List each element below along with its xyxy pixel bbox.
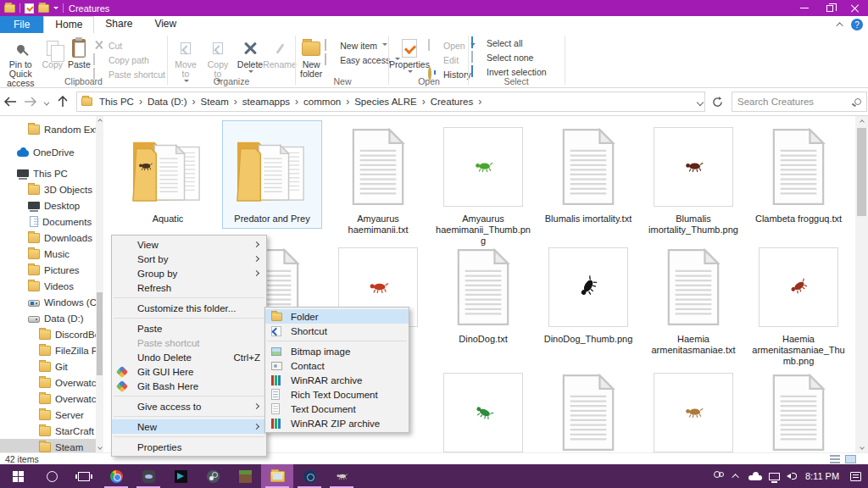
properties-quick-icon[interactable] bbox=[25, 3, 34, 14]
address-dropdown-icon[interactable] bbox=[698, 97, 703, 107]
menu-item-customize-folder[interactable]: Customize this folder... bbox=[112, 301, 266, 315]
sidebar-item-data-d[interactable]: Data (D:) bbox=[0, 310, 96, 326]
submenu-item-winrar-archive[interactable]: WinRAR archive bbox=[265, 373, 409, 387]
sidebar-item-windows-c[interactable]: Windows (C:) bbox=[0, 294, 96, 310]
scroll-down-icon[interactable] bbox=[855, 441, 868, 452]
minimize-button[interactable] bbox=[792, 0, 817, 16]
menu-item-give-access-to[interactable]: Give access to bbox=[112, 399, 266, 413]
sidebar-item-git[interactable]: Git bbox=[0, 358, 96, 374]
scrollbar-thumb[interactable] bbox=[857, 128, 866, 216]
sidebar-item-overwatch[interactable]: Overwatch bbox=[0, 374, 96, 391]
recent-locations-dropdown[interactable] bbox=[41, 97, 53, 107]
sidebar-item-filezilla[interactable]: FileZilla FTP Clie bbox=[0, 342, 96, 358]
sidebar-item-server[interactable]: Server bbox=[0, 407, 96, 423]
network-icon[interactable] bbox=[765, 473, 783, 480]
sidebar-item-overwatch-test[interactable]: Overwatch Test bbox=[0, 391, 96, 407]
restore-button[interactable] bbox=[817, 0, 843, 16]
forward-button[interactable] bbox=[20, 97, 41, 107]
file-item-amyaurus-txt[interactable]: Amyaurus haemimanii.txt bbox=[329, 123, 427, 236]
action-center-icon[interactable] bbox=[843, 472, 868, 481]
taskbar-app-steam[interactable] bbox=[197, 464, 229, 488]
file-item-thumb-tan[interactable] bbox=[644, 369, 743, 452]
file-item-clambeta-txt[interactable]: Clambeta frogguq.txt bbox=[749, 123, 848, 225]
refresh-button[interactable] bbox=[708, 92, 726, 112]
rename-button[interactable]: Rename bbox=[266, 36, 293, 70]
taskbar-clock[interactable]: 8:11 PM bbox=[802, 471, 843, 481]
customize-toolbar-caret-icon[interactable] bbox=[53, 7, 58, 12]
tab-file[interactable]: File bbox=[0, 16, 43, 33]
submenu-item-shortcut[interactable]: Shortcut bbox=[265, 324, 409, 338]
up-button[interactable] bbox=[53, 96, 73, 108]
scroll-up-icon[interactable] bbox=[855, 116, 868, 127]
sidebar-item-videos[interactable]: Videos bbox=[0, 278, 96, 294]
taskbar-app-dark[interactable] bbox=[164, 464, 197, 488]
task-view-button[interactable] bbox=[68, 464, 100, 488]
menu-item-view[interactable]: View bbox=[112, 237, 266, 252]
file-item-dinodog-txt[interactable]: DinoDog.txt bbox=[434, 243, 532, 345]
sidebar-item-desktop[interactable]: Desktop bbox=[0, 197, 96, 214]
scrollbar-thumb[interactable] bbox=[97, 292, 103, 375]
select-none-button[interactable]: Select none bbox=[471, 51, 561, 64]
select-all-button[interactable]: Select all bbox=[471, 36, 561, 49]
file-item-blumalis-txt[interactable]: Blumalis imortality.txt bbox=[539, 123, 637, 225]
sidebar-item-documents[interactable]: Documents bbox=[0, 214, 96, 230]
help-icon[interactable]: ? bbox=[851, 19, 863, 30]
menu-item-sort-by[interactable]: Sort by bbox=[112, 252, 266, 266]
breadcrumb-data-d[interactable]: Data (D:) bbox=[144, 97, 191, 107]
menu-item-git-gui-here[interactable]: Git GUI Here bbox=[112, 364, 266, 379]
taskbar-app-species-game[interactable] bbox=[326, 464, 358, 488]
file-item-thumb-green[interactable] bbox=[434, 369, 532, 452]
sidebar-item-starcraft-ii[interactable]: StarCraft II bbox=[0, 423, 96, 439]
delete-button[interactable]: Delete bbox=[234, 36, 266, 76]
cortana-button[interactable] bbox=[36, 464, 68, 488]
scroll-up-icon[interactable] bbox=[97, 117, 103, 125]
people-icon[interactable] bbox=[709, 471, 727, 481]
menu-item-git-bash-here[interactable]: Git Bash Here bbox=[112, 379, 266, 393]
submenu-item-text-document[interactable]: Text Document bbox=[265, 402, 409, 416]
scroll-down-icon[interactable] bbox=[97, 443, 103, 452]
paste-button[interactable]: Paste bbox=[65, 36, 93, 70]
file-item-blumalis-thumb[interactable]: Blumalis imortality_Thumb.png bbox=[644, 123, 743, 236]
taskbar-app-steam-blue[interactable] bbox=[293, 464, 326, 488]
properties-button[interactable]: Properties bbox=[391, 36, 428, 76]
sidebar-item-pictures[interactable]: Pictures bbox=[0, 262, 96, 278]
breadcrumb-this-pc[interactable]: This PC bbox=[96, 97, 137, 107]
tab-home[interactable]: Home bbox=[43, 16, 94, 33]
file-item-predator-and-prey[interactable]: Predator and Prey bbox=[223, 121, 321, 228]
menu-item-undo-delete[interactable]: Undo DeleteCtrl+Z bbox=[112, 350, 266, 364]
submenu-item-bitmap-image[interactable]: Bitmap image bbox=[265, 344, 409, 358]
file-item-text-clipped[interactable] bbox=[539, 369, 637, 452]
tray-chevron-up-icon[interactable] bbox=[727, 474, 746, 479]
content-scrollbar[interactable] bbox=[855, 116, 868, 452]
search-input[interactable]: Search Creatures bbox=[732, 92, 867, 112]
submenu-item-rich-text-document[interactable]: Rich Text Document bbox=[265, 387, 409, 402]
taskbar-app-discord[interactable] bbox=[132, 464, 164, 488]
menu-item-paste-shortcut[interactable]: Paste shortcut bbox=[112, 336, 266, 350]
copy-path-button[interactable]: Copy path bbox=[93, 53, 165, 66]
submenu-item-contact[interactable]: Contact bbox=[265, 358, 409, 373]
start-button[interactable] bbox=[0, 464, 36, 488]
volume-icon[interactable] bbox=[783, 471, 802, 481]
submenu-item-winrar-zip-archive[interactable]: WinRAR ZIP archive bbox=[265, 416, 409, 430]
sidebar-scrollbar[interactable] bbox=[96, 116, 103, 452]
submenu-item-folder[interactable]: Folder bbox=[265, 309, 409, 324]
tab-view[interactable]: View bbox=[143, 16, 187, 33]
sidebar-item-this-pc[interactable]: This PC bbox=[0, 165, 96, 181]
taskbar-app-minecraft[interactable] bbox=[229, 464, 261, 488]
file-item-dinodog-thumb[interactable]: DinoDog_Thumb.png bbox=[539, 243, 637, 345]
sidebar-item-random-extra[interactable]: Random Extra bbox=[0, 121, 96, 137]
file-item-amyaurus-thumb[interactable]: Amyaurus haemimanii_Thumb.png bbox=[434, 123, 532, 247]
close-button[interactable] bbox=[843, 0, 868, 16]
sidebar-item-3d-objects[interactable]: 3D Objects bbox=[0, 181, 96, 197]
menu-item-properties[interactable]: Properties bbox=[112, 440, 266, 454]
breadcrumb-steam[interactable]: Steam bbox=[198, 97, 232, 107]
taskbar-app-file-explorer[interactable] bbox=[261, 464, 293, 488]
taskbar-app-chrome[interactable] bbox=[100, 464, 132, 488]
sidebar-item-music[interactable]: Music bbox=[0, 246, 96, 262]
address-input[interactable]: This PC› Data (D:)› Steam› steamapps› co… bbox=[76, 92, 705, 112]
menu-item-group-by[interactable]: Group by bbox=[112, 266, 266, 280]
sidebar-item-steam[interactable]: Steam bbox=[0, 439, 96, 452]
menu-item-refresh[interactable]: Refresh bbox=[112, 280, 266, 295]
new-folder-button[interactable]: New folder bbox=[298, 36, 325, 80]
menu-item-paste[interactable]: Paste bbox=[112, 321, 266, 336]
